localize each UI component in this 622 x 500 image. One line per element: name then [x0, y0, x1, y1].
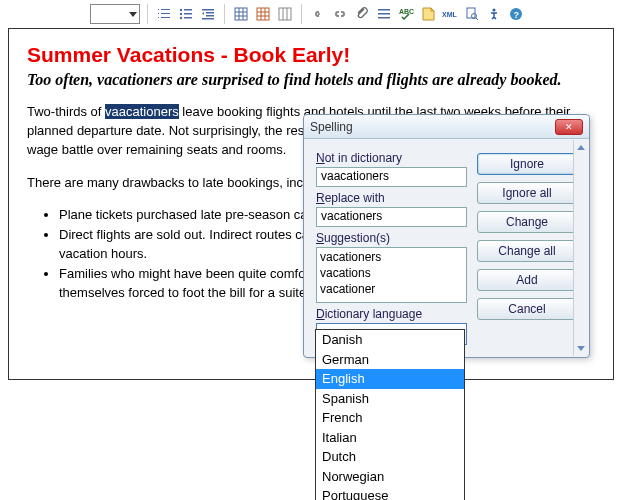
accessibility-icon[interactable]: [485, 5, 503, 23]
svg-rect-6: [202, 9, 214, 11]
dropdown-item[interactable]: Spanish: [316, 389, 464, 409]
suggestions-listbox[interactable]: vacationers vacations vacationer: [316, 247, 467, 303]
suggestion-item[interactable]: vacationers: [320, 249, 463, 265]
edit-table-icon[interactable]: [254, 5, 272, 23]
ignore-button[interactable]: Ignore: [477, 153, 577, 175]
svg-text:XML: XML: [442, 11, 458, 18]
svg-point-4: [180, 17, 182, 19]
dialog-title-text: Spelling: [310, 120, 353, 134]
svg-rect-14: [378, 13, 390, 15]
attachment-icon[interactable]: [353, 5, 371, 23]
link-icon[interactable]: [309, 5, 327, 23]
change-button[interactable]: Change: [477, 211, 577, 233]
svg-rect-15: [378, 17, 390, 19]
toolbar: ABC XML ?: [0, 0, 622, 28]
suggestion-item[interactable]: vacationer: [320, 281, 463, 297]
dict-lang-label: Dictionary language: [316, 307, 467, 321]
insert-table-icon[interactable]: [232, 5, 250, 23]
not-in-dict-label: Not in dictionary: [316, 151, 467, 165]
format-select[interactable]: [90, 4, 140, 24]
ordered-list-icon[interactable]: [155, 5, 173, 23]
svg-rect-13: [378, 9, 390, 11]
svg-point-20: [493, 9, 496, 12]
close-button[interactable]: ✕: [555, 119, 583, 135]
toggle-icon[interactable]: [375, 5, 393, 23]
svg-point-2: [180, 13, 182, 15]
separator: [147, 4, 148, 24]
svg-rect-18: [467, 8, 475, 18]
separator: [224, 4, 225, 24]
svg-rect-5: [184, 17, 192, 19]
search-doc-icon[interactable]: [463, 5, 481, 23]
dropdown-item[interactable]: Danish: [316, 330, 464, 350]
script-icon[interactable]: [419, 5, 437, 23]
misspelled-highlight: vaacationers: [105, 104, 179, 119]
dropdown-item[interactable]: Portuguese: [316, 486, 464, 500]
unordered-list-icon[interactable]: [177, 5, 195, 23]
ignore-all-button[interactable]: Ignore all: [477, 182, 577, 204]
dialog-scrollbar[interactable]: [573, 140, 588, 356]
dropdown-item[interactable]: Italian: [316, 428, 464, 448]
table-tools-icon[interactable]: [276, 5, 294, 23]
heading: Summer Vacations - Book Early!: [27, 43, 595, 67]
scroll-up-icon[interactable]: [574, 140, 588, 155]
dropdown-item[interactable]: Norwegian: [316, 467, 464, 487]
not-in-dict-field[interactable]: vaacationers: [316, 167, 467, 187]
svg-rect-1: [184, 9, 192, 11]
outdent-icon[interactable]: [199, 5, 217, 23]
add-button[interactable]: Add: [477, 269, 577, 291]
scroll-down-icon[interactable]: [574, 341, 588, 356]
separator: [301, 4, 302, 24]
svg-rect-11: [257, 8, 269, 20]
spellcheck-icon[interactable]: ABC: [397, 5, 415, 23]
language-dropdown[interactable]: Danish German English Spanish French Ita…: [315, 329, 465, 500]
suggestion-item[interactable]: vacations: [320, 265, 463, 281]
subheading: Too often, vacationers are surprised to …: [27, 71, 595, 89]
replace-with-field[interactable]: vacationers: [316, 207, 467, 227]
svg-rect-3: [184, 13, 192, 15]
svg-text:?: ?: [514, 10, 520, 20]
change-all-button[interactable]: Change all: [477, 240, 577, 262]
dropdown-item[interactable]: Dutch: [316, 447, 464, 467]
svg-rect-9: [202, 18, 214, 20]
svg-text:ABC: ABC: [399, 8, 414, 15]
xml-icon[interactable]: XML: [441, 5, 459, 23]
unlink-icon[interactable]: [331, 5, 349, 23]
spelling-dialog: Spelling ✕ Not in dictionary vaacationer…: [303, 114, 590, 358]
suggestions-label: Suggestion(s): [316, 231, 467, 245]
svg-point-0: [180, 9, 182, 11]
dropdown-item[interactable]: French: [316, 408, 464, 428]
dropdown-item-selected[interactable]: English: [316, 369, 464, 389]
replace-with-label: Replace with: [316, 191, 467, 205]
dialog-titlebar[interactable]: Spelling ✕: [304, 115, 589, 139]
help-icon[interactable]: ?: [507, 5, 525, 23]
svg-rect-10: [235, 8, 247, 20]
svg-rect-7: [206, 12, 214, 14]
text: Two-thirds of: [27, 104, 105, 119]
svg-rect-8: [206, 15, 214, 17]
dropdown-item[interactable]: German: [316, 350, 464, 370]
cancel-button[interactable]: Cancel: [477, 298, 577, 320]
svg-rect-12: [279, 8, 291, 20]
